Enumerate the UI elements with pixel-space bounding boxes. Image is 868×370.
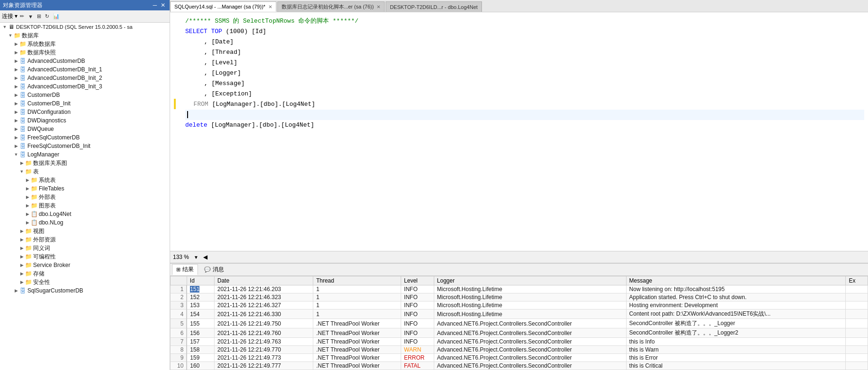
results-table-container[interactable]: Id Date Thread Level Logger Message Ex 1… (170, 276, 868, 370)
advanced-customer-db-expander[interactable]: ▶ (13, 59, 19, 63)
table-row[interactable]: 7 157 2021-11-26 12:21:49.763 .NET Threa… (171, 338, 868, 346)
table-row[interactable]: 5 155 2021-11-26 12:21:49.750 .NET Threa… (171, 319, 868, 328)
db-snapshot-folder[interactable]: ▶ 📁 数据库快照 (0, 48, 170, 57)
cell-thread: .NET ThreadPool Worker (313, 328, 401, 338)
databases-folder[interactable]: ▼ 📁 数据库 (0, 31, 170, 40)
cell-thread: 1 (313, 293, 401, 301)
tab-log4net[interactable]: DESKTOP-T2D6ILD...r - dbo.Log4Net (386, 1, 482, 12)
tree-item-dw-diagnostics[interactable]: ▶ 🗄 DWDiagnostics (0, 116, 170, 125)
server-icon: 🖥 (8, 23, 15, 31)
select-line: SELECT TOP (1000) [Id] (185, 26, 864, 37)
filter-settings-button[interactable]: ⊞ (35, 12, 43, 20)
cell-message: SecondController 被构造了。。。_Logger (626, 319, 846, 328)
tree-item-storage[interactable]: ▶ 📁 存储 (0, 269, 170, 278)
tree-item-customer-db-init[interactable]: ▶ 🗄 CustomerDB_Init (0, 99, 170, 108)
refresh-button[interactable]: ↻ (43, 12, 51, 20)
row-number: 7 (171, 338, 187, 346)
cell-ex (846, 354, 868, 362)
label: 数据库关系图 (33, 159, 67, 167)
tab-log-init[interactable]: 数据库日志记录初始化脚本...er (sa (76)) ✕ (277, 1, 385, 12)
level-line: , [Level] (185, 58, 864, 68)
row-number: 3 (171, 301, 187, 310)
zoom-dropdown[interactable]: ▼ (193, 255, 199, 260)
table-row[interactable]: 2 152 2021-11-26 12:21:46.323 1 INFO Mic… (171, 293, 868, 301)
table-row[interactable]: 4 154 2021-11-26 12:21:46.330 1 INFO Mic… (171, 310, 868, 319)
folder-icon: 📁 (30, 185, 38, 192)
cell-id: 151 (187, 285, 214, 293)
cell-ex (846, 301, 868, 310)
tree-item-advanced-customer-db-init-1[interactable]: ▶ 🗄 AdvancedCustomerDB_Init_1 (0, 65, 170, 74)
tree-item-lm-security[interactable]: ▶ 📁 安全性 (0, 278, 170, 286)
activity-monitor-button[interactable]: 📊 (52, 12, 61, 20)
log-manager-label: LogManager (27, 151, 59, 158)
table-row[interactable]: 6 156 2021-11-26 12:21:49.760 .NET Threa… (171, 328, 868, 338)
system-db-folder[interactable]: ▶ 📁 系统数据库 (0, 40, 170, 48)
system-db-expander[interactable]: ▶ (13, 42, 19, 46)
table-row[interactable]: 3 153 2021-11-26 12:21:46.327 1 INFO Mic… (171, 301, 868, 310)
label: DWConfiguration (27, 109, 70, 115)
tree-item-file-tables[interactable]: ▶ 📁 FileTables (0, 184, 170, 193)
tree-item-graph-tables[interactable]: ▶ 📁 图形表 (0, 201, 170, 210)
tree-item-customer-db[interactable]: ▶ 🗄 CustomerDB (0, 91, 170, 99)
table-row[interactable]: 10 160 2021-11-26 12:21:49.777 .NET Thre… (171, 362, 868, 370)
db-snapshot-expander[interactable]: ▶ (13, 50, 19, 55)
service-broker-icon: 📁 (25, 261, 32, 269)
server-node[interactable]: ▼ 🖥 DESKTOP-T2D6ILD (SQL Server 15.0.200… (0, 23, 170, 31)
label: 图形表 (39, 202, 56, 210)
tab-query14[interactable]: SQLQuery14.sql - ...Manager (sa (79))* ✕ (170, 1, 276, 12)
databases-expander[interactable]: ▼ (8, 33, 13, 38)
cell-level: INFO (401, 285, 434, 293)
service-broker-label: Service Broker (33, 262, 70, 268)
cell-id: 159 (187, 354, 214, 362)
row-number: 2 (171, 293, 187, 301)
tree-item-sys-tables[interactable]: ▶ 📁 系统表 (0, 176, 170, 184)
tree-item-ext-tables[interactable]: ▶ 📁 外部表 (0, 193, 170, 201)
server-expander[interactable]: ▼ (2, 25, 8, 29)
label: FreeSqlCustomerDB (27, 134, 80, 141)
tree-item-dw-queue[interactable]: ▶ 🗄 DWQueue (0, 125, 170, 133)
tree-item-advanced-customer-db-init-2[interactable]: ▶ 🗄 AdvancedCustomerDB_Init_2 (0, 74, 170, 82)
tree-item-synonyms[interactable]: ▶ 📁 同义词 (0, 244, 170, 252)
cell-level: INFO (401, 310, 434, 319)
explorer-toolbar: 连接 ▾ ✏ ▼ ⊞ ↻ 📊 (0, 10, 170, 23)
table-row[interactable]: 1 151 2021-11-26 12:21:46.203 1 INFO Mic… (171, 285, 868, 293)
db-snapshot-icon: 📁 (19, 49, 26, 56)
tree-item-advanced-customer-db-init-3[interactable]: ▶ 🗄 AdvancedCustomerDB_Init_3 (0, 82, 170, 91)
label: 可编程性 (33, 253, 56, 261)
close-panel-button[interactable]: ✕ (159, 2, 167, 9)
table-row[interactable]: 8 158 2021-11-26 12:21:49.770 .NET Threa… (171, 346, 868, 354)
from-line: FROM [LogManager].[dbo].[Log4Net] (185, 99, 864, 110)
cell-level: FATAL (401, 362, 434, 370)
tab-log-init-close[interactable]: ✕ (377, 4, 380, 9)
filter-button[interactable]: ▼ (26, 13, 34, 20)
tree-item-freesql-customer-db-init[interactable]: ▶ 🗄 FreeSqlCustomerDB_Init (0, 142, 170, 150)
tree-item-ext-resources[interactable]: ▶ 📁 外部资源 (0, 235, 170, 244)
folder-icon: 📁 (25, 278, 32, 286)
tree-item-dbo-log4net[interactable]: ▶ 📋 dbo.Log4Net (0, 210, 170, 218)
tree-item-advanced-customer-db[interactable]: ▶ 🗄 AdvancedCustomerDB (0, 57, 170, 65)
tree-item-dw-configuration[interactable]: ▶ 🗄 DWConfiguration (0, 108, 170, 116)
advanced-customer-db-icon: 🗄 (19, 57, 26, 65)
thread-line: , [Thread] (185, 47, 864, 58)
object-explorer-panel: 对象资源管理器 ─ ✕ 连接 ▾ ✏ ▼ ⊞ ↻ 📊 ▼ 🖥 DESKTOP-T… (0, 0, 170, 370)
tree-item-diagrams[interactable]: ▶ 📁 数据库关系图 (0, 159, 170, 167)
results-tab-messages[interactable]: 💬 消息 (200, 264, 228, 275)
new-query-button[interactable]: ✏ (18, 12, 26, 20)
tree-item-sqlsugar-customer-db[interactable]: ▶ 🗄 SqlSugarCustomerDB (0, 286, 170, 295)
tree-item-tables-folder[interactable]: ▼ 📁 表 (0, 167, 170, 176)
db-icon: 🗄 (19, 125, 26, 133)
tree-item-dbo-nlog[interactable]: ▶ 📋 dbo.NLog (0, 218, 170, 227)
label: DWDiagnostics (27, 117, 66, 124)
tree-item-service-broker[interactable]: ▶ 📁 Service Broker (0, 261, 170, 269)
expander[interactable]: ▶ (13, 67, 19, 72)
pin-button[interactable]: ─ (151, 2, 158, 9)
tree-item-log-manager[interactable]: ▼ 🗄 LogManager (0, 150, 170, 159)
tree-item-programmability[interactable]: ▶ 📁 可编程性 (0, 252, 170, 261)
table-row[interactable]: 9 159 2021-11-26 12:21:49.773 .NET Threa… (171, 354, 868, 362)
tree-item-freesql-customer-db[interactable]: ▶ 🗄 FreeSqlCustomerDB (0, 133, 170, 142)
folder-icon: 📁 (30, 176, 38, 184)
results-tab-results[interactable]: ⊞ 结果 (172, 264, 198, 275)
tab-query14-close[interactable]: ✕ (268, 4, 272, 9)
editor-area[interactable]: /****** SSMS 的 SelectTopNRows 命令的脚本 ****… (170, 12, 868, 251)
tree-item-views[interactable]: ▶ 📁 视图 (0, 227, 170, 235)
